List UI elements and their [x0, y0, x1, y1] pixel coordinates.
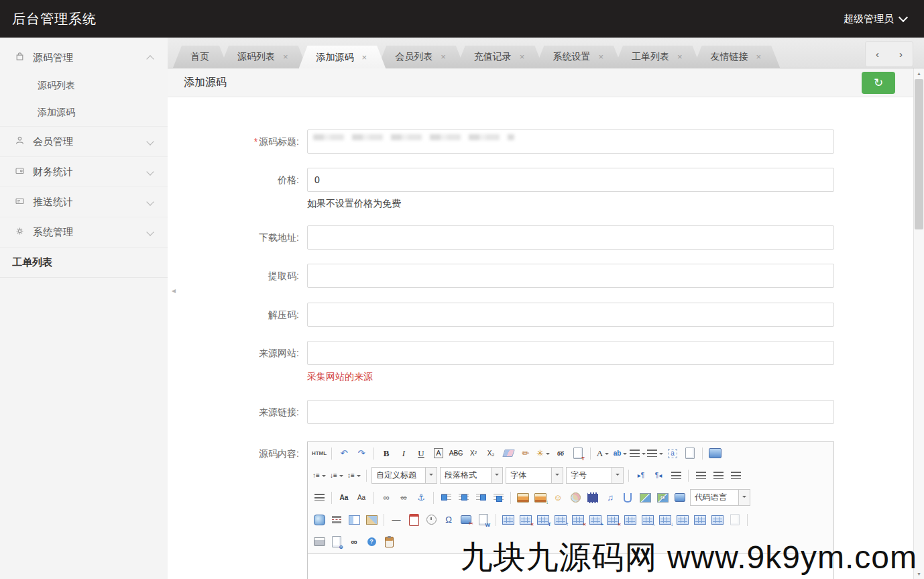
insert-row-button[interactable]	[553, 512, 569, 528]
paragraph-format-select[interactable]: 段落格式	[440, 467, 503, 484]
tabs-scroll-left-button[interactable]: ‹	[866, 42, 889, 66]
table-paste-button[interactable]	[727, 512, 743, 528]
strikethrough-button[interactable]: ABC	[448, 445, 464, 462]
format-brush-button[interactable]: ✏	[518, 445, 534, 462]
insert-video-button[interactable]	[585, 490, 601, 506]
font-color-button[interactable]: A	[595, 445, 611, 462]
paragraph-spacing-top-button[interactable]: ↑≡	[311, 468, 327, 484]
tab-close-icon[interactable]: ×	[362, 52, 367, 62]
emoticon-button[interactable]: ☺	[550, 490, 566, 506]
attachment-button[interactable]	[620, 490, 636, 506]
ltr-paragraph-button[interactable]: ▸¶	[633, 468, 649, 484]
find-replace-button[interactable]: ∞	[346, 534, 362, 550]
anchor-button[interactable]: ⚓	[413, 490, 429, 506]
table-row-style-button[interactable]	[692, 512, 708, 528]
scroll-down-icon[interactable]: ▼	[914, 572, 924, 576]
tabs-scroll-right-button[interactable]: ›	[889, 42, 913, 66]
font-border-button[interactable]: A	[430, 445, 447, 462]
unordered-list-button[interactable]	[647, 445, 663, 462]
sidebar-item-source-manage[interactable]: 源码管理	[0, 43, 168, 72]
delete-column-button[interactable]	[605, 512, 621, 528]
print-button[interactable]	[311, 534, 327, 550]
html-source-button[interactable]: HTML	[311, 445, 327, 462]
italic-button[interactable]: I	[396, 445, 412, 462]
justify-button[interactable]	[311, 490, 327, 506]
unzip-code-input[interactable]	[307, 303, 834, 327]
scrawl-button[interactable]	[567, 490, 583, 506]
tab-member-list[interactable]: 会员列表×	[378, 46, 465, 68]
tab-system-settings[interactable]: 系统设置×	[535, 46, 622, 68]
auto-typeset-button[interactable]: ✳	[535, 445, 551, 462]
merge-cells-button[interactable]	[622, 512, 638, 528]
extract-code-input[interactable]	[307, 264, 834, 288]
source-site-input[interactable]	[307, 341, 834, 365]
editor-content-area[interactable]	[308, 553, 833, 579]
tab-friend-links[interactable]: 友情链接×	[693, 46, 781, 68]
ordered-list-button[interactable]	[630, 445, 646, 462]
font-family-select[interactable]: 字体	[506, 467, 563, 484]
underline-button[interactable]: U	[413, 445, 429, 462]
special-characters-button[interactable]: Ω	[441, 512, 457, 528]
scroll-up-icon[interactable]: ▲	[914, 71, 924, 76]
undo-button[interactable]: ↶	[336, 445, 352, 462]
align-center-button[interactable]	[710, 468, 726, 484]
sidebar-item-finance-stats[interactable]: 财务统计	[0, 157, 168, 187]
tab-add-source[interactable]: 添加源码×	[299, 46, 386, 68]
subscript-button[interactable]: X₂	[483, 445, 499, 462]
tab-source-list[interactable]: 源码列表×	[220, 46, 307, 68]
insert-map-button[interactable]	[637, 490, 653, 506]
blockquote-button[interactable]: 66	[553, 445, 569, 462]
font-size-select[interactable]: 字号	[566, 467, 624, 484]
to-lowercase-button[interactable]: Aa	[353, 490, 369, 506]
tab-home[interactable]: 首页	[173, 46, 228, 68]
insert-date-button[interactable]	[406, 512, 422, 528]
superscript-button[interactable]: X²	[465, 445, 481, 462]
insert-iframe-button[interactable]	[672, 490, 688, 506]
select-all-button[interactable]: a	[665, 445, 681, 462]
insert-link-button[interactable]: ∞	[378, 490, 394, 506]
align-right-button[interactable]	[728, 468, 744, 484]
delete-row-button[interactable]	[570, 512, 586, 528]
tab-ticket-list[interactable]: 工单列表×	[614, 46, 701, 68]
page-break-button[interactable]	[329, 512, 345, 528]
remove-link-button[interactable]: ∞	[396, 490, 412, 506]
table-caption-button[interactable]	[535, 512, 551, 528]
paragraph-spacing-bottom-button[interactable]: ↓≡	[329, 468, 345, 484]
redo-button[interactable]: ↷	[353, 445, 369, 462]
vertical-scrollbar[interactable]: ▲ ▼	[913, 68, 924, 579]
source-link-input[interactable]	[307, 400, 834, 424]
table-column-style-button[interactable]	[709, 512, 726, 528]
code-language-select[interactable]: 代码语言	[690, 489, 750, 506]
to-uppercase-button[interactable]: Aa	[336, 490, 352, 506]
insert-time-button[interactable]	[423, 512, 439, 528]
align-left-button[interactable]	[693, 468, 709, 484]
highlight-color-button[interactable]: ab	[612, 445, 628, 462]
image-inline-button[interactable]	[455, 490, 471, 506]
bold-button[interactable]: B	[378, 445, 394, 462]
tab-close-icon[interactable]: ×	[756, 52, 762, 62]
insert-image-button[interactable]	[515, 490, 531, 506]
image-manager-button[interactable]	[532, 490, 548, 506]
screenshot-button[interactable]	[458, 512, 474, 528]
tab-close-icon[interactable]: ×	[677, 52, 683, 62]
sidebar-subitem-add-source[interactable]: 添加源码	[0, 99, 168, 126]
eraser-button[interactable]	[500, 445, 516, 462]
download-url-input[interactable]	[307, 225, 834, 250]
tab-close-icon[interactable]: ×	[520, 52, 525, 62]
word-image-import-button[interactable]	[475, 512, 492, 528]
horizontal-rule-button[interactable]: —	[388, 512, 404, 528]
image-float-left-button[interactable]	[438, 490, 454, 506]
tab-recharge-records[interactable]: 充值记录×	[457, 46, 544, 68]
paste-button[interactable]	[381, 534, 397, 550]
image-float-right-button[interactable]	[473, 490, 489, 506]
sidebar-collapse-handle[interactable]: ◂	[169, 279, 178, 302]
clear-document-button[interactable]	[682, 445, 698, 462]
sidebar-item-push-stats[interactable]: 推送统计	[0, 187, 168, 217]
tab-close-icon[interactable]: ×	[441, 52, 446, 62]
sidebar-item-system-manage[interactable]: 系统管理	[0, 217, 168, 247]
first-line-indent-button[interactable]	[668, 468, 684, 484]
refresh-button[interactable]: ↻	[862, 72, 895, 94]
insert-music-button[interactable]: ♫	[602, 490, 618, 506]
paste-as-text-button[interactable]	[570, 445, 586, 462]
split-cells-horizontal-button[interactable]	[640, 512, 656, 528]
